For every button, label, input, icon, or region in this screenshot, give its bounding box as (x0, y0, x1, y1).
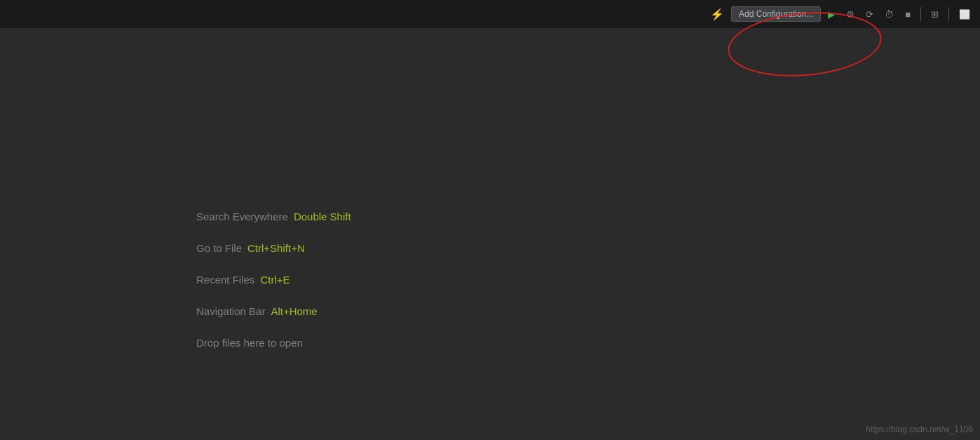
go-to-file-row: Go to File Ctrl+Shift+N (196, 242, 351, 254)
separator-2 (948, 7, 949, 21)
navigation-bar-row: Navigation Bar Alt+Home (196, 305, 351, 317)
search-everywhere-key: Double Shift (294, 211, 351, 222)
run-button[interactable]: ▶ (824, 6, 839, 22)
recent-files-row: Recent Files Ctrl+E (196, 274, 351, 286)
toolbar: ⚡ Add Configuration... ▶ ⚙ ⟳ ⏱ ■ ⊞ ⬜ (0, 0, 980, 28)
go-to-file-key: Ctrl+Shift+N (247, 242, 305, 254)
recent-files-key: Ctrl+E (260, 274, 290, 286)
profile-icon[interactable]: ⏱ (880, 6, 898, 22)
search-everywhere-row: Search Everywhere Double Shift (196, 211, 351, 222)
shortcuts-container: Search Everywhere Double Shift Go to Fil… (196, 211, 351, 349)
drop-files-row: Drop files here to open (196, 337, 351, 349)
navigation-bar-label: Navigation Bar (196, 305, 265, 317)
go-to-file-label: Go to File (196, 242, 242, 254)
build-icon[interactable]: ⟳ (862, 6, 878, 22)
recent-files-label: Recent Files (196, 274, 254, 286)
debug-icon[interactable]: ⚙ (842, 6, 859, 22)
add-configuration-button[interactable]: Add Configuration... (731, 6, 821, 22)
navigation-bar-key: Alt+Home (271, 305, 317, 317)
url-text: https://blog.csdn.net/w_1106 (866, 425, 973, 434)
main-content: Search Everywhere Double Shift Go to Fil… (0, 28, 980, 440)
drop-files-text: Drop files here to open (196, 337, 303, 349)
green-arrow-icon: ⚡ (706, 5, 728, 24)
window-icon[interactable]: ⬜ (955, 6, 974, 22)
stop-icon[interactable]: ■ (901, 6, 915, 22)
search-everywhere-label: Search Everywhere (196, 211, 288, 222)
layout-icon[interactable]: ⊞ (927, 6, 943, 22)
separator-1 (920, 7, 921, 21)
